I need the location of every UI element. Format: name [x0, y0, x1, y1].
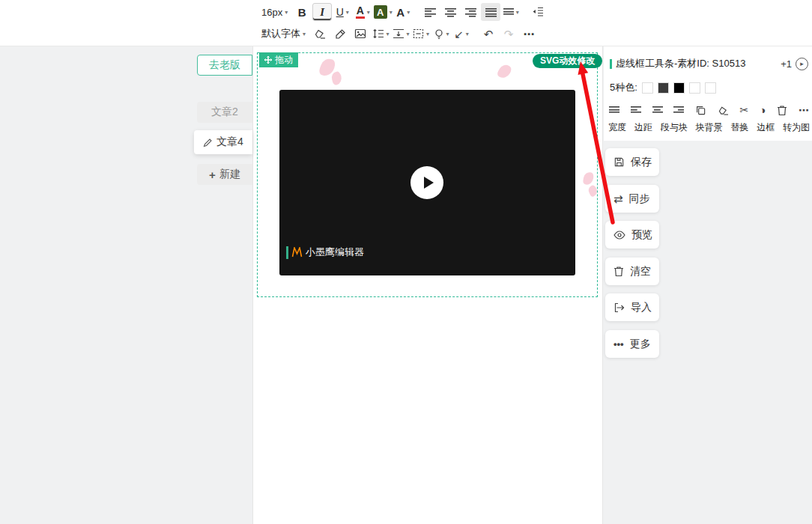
- align-right-button[interactable]: [461, 3, 480, 21]
- tool-label-block-bg[interactable]: 块背景: [695, 121, 722, 134]
- chevron-down-icon: ▾: [516, 9, 519, 16]
- watermark-label: 小墨鹰编辑器: [306, 246, 364, 259]
- highlight-color-button[interactable]: A ▾: [373, 3, 393, 21]
- font-size-select[interactable]: 16px ▾: [258, 3, 291, 21]
- tool-label-row: 宽度 边距 段与块 块背景 替换 边框 转为图: [608, 121, 810, 134]
- color-swatch[interactable]: [705, 82, 716, 94]
- tool-label-paragraph-block[interactable]: 段与块: [661, 121, 688, 134]
- drag-handle-badge[interactable]: 拖动: [259, 52, 298, 67]
- chevron-down-icon: ▾: [407, 31, 410, 37]
- more-tools-icon[interactable]: ⋯: [799, 105, 809, 115]
- arrow-southwest-icon: ↙: [454, 28, 464, 40]
- tool-label-to-image[interactable]: 转为图: [783, 121, 810, 134]
- tool-label-border[interactable]: 边框: [757, 121, 775, 134]
- text-style-button[interactable]: A ▾: [393, 3, 413, 21]
- watermark: 小墨鹰编辑器: [286, 246, 364, 259]
- old-version-button[interactable]: 去老版: [197, 55, 252, 76]
- tool-label-replace[interactable]: 替换: [730, 121, 748, 134]
- material-tool-panel: 虚线框工具条-素材ID: S10513 +1 ▸ 5种色: ✂ ◑ ⋯ 宽度 边…: [604, 46, 812, 141]
- undo-icon: ↶: [484, 28, 494, 40]
- colors-label: 5种色:: [610, 81, 637, 94]
- import-label: 导入: [631, 301, 652, 314]
- more-icon: ⋯: [524, 28, 535, 40]
- sidebar-item-article4[interactable]: 文章4: [194, 130, 252, 154]
- font-color-button[interactable]: A ▾: [353, 3, 372, 21]
- trash-icon[interactable]: [777, 105, 787, 116]
- format-painter-button[interactable]: [330, 25, 350, 43]
- clear-label: 清空: [630, 265, 651, 278]
- sidebar-item-label: 新建: [219, 168, 240, 181]
- sync-button[interactable]: ⇄ 同步: [605, 185, 659, 213]
- copy-icon[interactable]: [695, 105, 706, 116]
- sync-icon: ⇄: [613, 193, 623, 204]
- italic-button[interactable]: I: [312, 3, 332, 21]
- margin-button[interactable]: ▾: [411, 25, 431, 43]
- import-button[interactable]: 导入: [605, 293, 659, 321]
- toolbar-more-button[interactable]: ⋯: [519, 25, 539, 43]
- align-center-button[interactable]: [440, 3, 460, 21]
- line-height-button[interactable]: ▾: [371, 25, 390, 43]
- pencil-icon: [203, 138, 213, 147]
- color-swatch[interactable]: [642, 82, 653, 94]
- bold-button[interactable]: B: [292, 3, 312, 21]
- lamp-icon: [434, 28, 444, 40]
- clear-format-button[interactable]: [310, 25, 330, 43]
- line-height-icon: [372, 28, 384, 39]
- underline-button[interactable]: U ▾: [333, 3, 352, 21]
- eye-icon: [613, 231, 625, 240]
- color-swatch[interactable]: [658, 82, 669, 94]
- tool-label-margin[interactable]: 边距: [634, 121, 652, 134]
- chevron-down-icon: ▾: [303, 31, 306, 37]
- sidebar-item-article2[interactable]: 文章2: [197, 102, 252, 123]
- color-swatch[interactable]: [689, 82, 700, 94]
- play-button[interactable]: [410, 166, 443, 199]
- preview-button[interactable]: 预览: [605, 221, 659, 249]
- paragraph-spacing-button[interactable]: ▾: [391, 25, 410, 43]
- chevron-down-icon: ▾: [446, 31, 449, 37]
- moying-logo-icon: [291, 247, 303, 258]
- play-icon: [424, 177, 434, 189]
- more-label: 更多: [630, 338, 651, 351]
- outdent-icon: [532, 7, 544, 17]
- undo-button[interactable]: ↶: [479, 25, 498, 43]
- plus-icon: +: [209, 169, 216, 180]
- contrast-icon[interactable]: ◑: [760, 105, 766, 115]
- svg-animation-badge[interactable]: SVG动效修改: [533, 54, 602, 68]
- align-left-button[interactable]: [420, 3, 440, 21]
- highlight-lamp-button[interactable]: ▾: [431, 25, 451, 43]
- align-justify-button[interactable]: [481, 3, 500, 21]
- font-family-select[interactable]: 默认字体 ▾: [258, 25, 309, 43]
- toolbar-row-1: 16px ▾ B I U ▾ A ▾ A ▾ A ▾ ▾: [258, 2, 548, 22]
- paragraph-block-icon[interactable]: [652, 106, 663, 115]
- replace-eraser-icon[interactable]: [718, 106, 729, 115]
- paragraph-spacing-icon: [393, 28, 405, 39]
- more-button[interactable]: ••• 更多: [605, 330, 659, 358]
- scissors-icon[interactable]: ✂: [740, 105, 749, 115]
- outdent-button[interactable]: [528, 3, 548, 21]
- save-button[interactable]: 保存: [605, 148, 659, 176]
- video-player[interactable]: 小墨鹰编辑器: [279, 90, 575, 275]
- width-icon[interactable]: [609, 106, 619, 115]
- save-icon: [613, 156, 625, 168]
- font-family-value: 默认字体: [261, 27, 300, 40]
- chevron-down-icon: ▾: [390, 9, 393, 16]
- insert-arrow-button[interactable]: ↙ ▾: [452, 25, 471, 43]
- cursor-caret: [286, 246, 288, 259]
- import-icon: [613, 302, 625, 313]
- block-background-icon[interactable]: [673, 106, 684, 115]
- accent-bar: [610, 59, 612, 69]
- trash-icon: [613, 266, 624, 277]
- margin-icon[interactable]: [631, 106, 641, 115]
- tool-label-width[interactable]: 宽度: [608, 121, 626, 134]
- circle-arrow-icon: ▸: [800, 60, 804, 67]
- clear-button[interactable]: 清空: [605, 258, 659, 285]
- expand-circle-button[interactable]: ▸: [796, 58, 808, 70]
- sidebar-item-new[interactable]: + 新建: [197, 164, 252, 185]
- redo-button[interactable]: ↷: [499, 25, 518, 43]
- chevron-down-icon: ▾: [285, 9, 288, 16]
- list-icon: [503, 7, 514, 16]
- color-swatch[interactable]: [673, 82, 685, 94]
- list-button[interactable]: ▾: [501, 3, 521, 21]
- insert-image-button[interactable]: [351, 25, 370, 43]
- chevron-down-icon: ▾: [426, 31, 429, 37]
